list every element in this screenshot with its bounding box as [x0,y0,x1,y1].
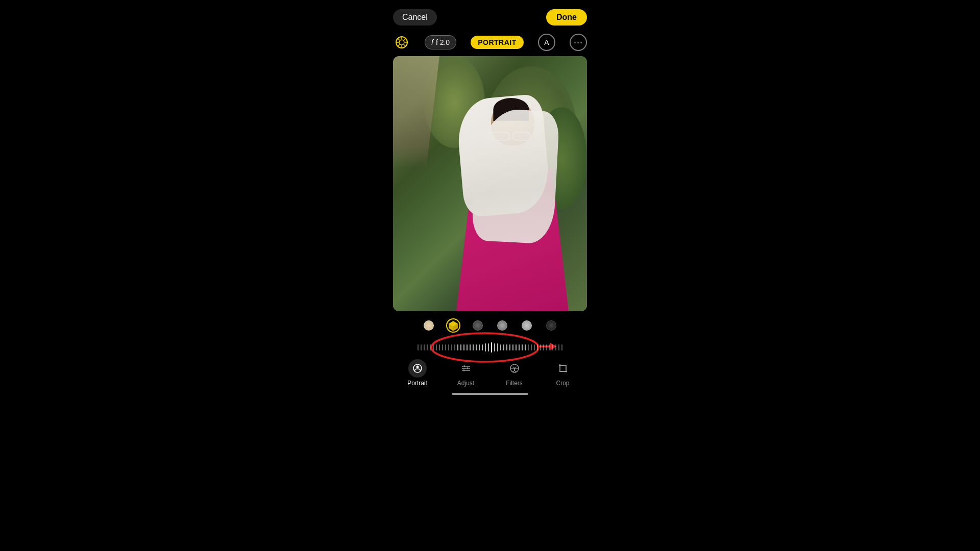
svg-point-18 [416,366,419,368]
top-bar: Cancel Done [0,0,980,31]
svg-point-1 [399,40,404,45]
aperture-value[interactable]: f f 2.0 [425,35,456,49]
portrait-mode-badge[interactable]: PORTRAIT [471,36,524,49]
svg-line-9 [398,44,400,46]
tool-portrait-label: Portrait [407,380,427,387]
svg-point-24 [463,369,465,371]
tool-crop-label: Crop [556,380,569,387]
tool-adjust-label: Adjust [457,380,474,387]
svg-line-7 [404,44,406,46]
slider-ticks[interactable] [393,340,587,355]
done-button[interactable]: Done [546,9,587,26]
cancel-button[interactable]: Cancel [393,9,437,26]
controls-bar: f f 2.0 PORTRAIT A ··· [393,31,587,56]
svg-line-8 [404,39,406,41]
more-button[interactable]: ··· [570,34,587,51]
photo-preview [393,56,587,311]
tool-filters-label: Filters [506,380,523,387]
aperture-icon[interactable] [393,34,410,51]
home-indicator [452,393,528,395]
auto-button[interactable]: A [538,34,555,51]
svg-rect-27 [560,365,566,371]
svg-line-6 [398,39,400,41]
